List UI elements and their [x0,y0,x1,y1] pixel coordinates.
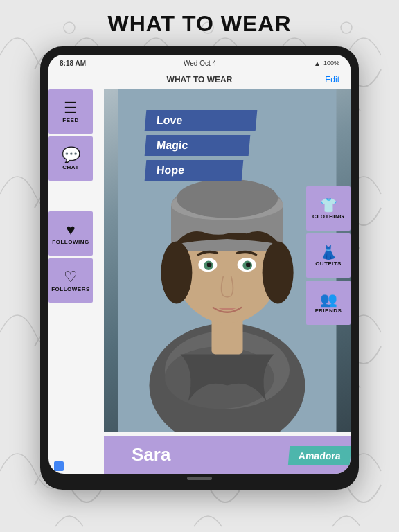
feed-icon: ☰ [64,100,78,116]
left-sidebar: ☰ FEED 💬 CHAT ♥ FOLLOWING ♡ FOLLOWERS [48,89,103,305]
followers-label: FOLLOWERS [51,286,90,292]
following-label: FOLLOWING [52,239,89,245]
battery-indicator: 100% [323,60,339,66]
following-icon: ♥ [66,222,75,238]
wifi-icon: ▲ [314,60,321,67]
status-time: 8:18 AM [60,60,86,67]
sidebar-item-clothing[interactable]: 👕 CLOTHING [306,186,351,231]
ipad-home-indicator [187,477,212,480]
feed-label: FEED [62,117,78,123]
sidebar-item-chat[interactable]: 💬 CHAT [48,136,93,181]
nav-title: WHAT TO WEAR [167,75,233,85]
sidebar-item-outfits[interactable]: 👗 OUTFITS [306,233,351,278]
chat-icon: 💬 [62,148,80,163]
status-date: Wed Oct 4 [184,60,216,67]
status-bar: 8:18 AM Wed Oct 4 ▲ 100% [48,55,351,70]
edit-button[interactable]: Edit [325,75,339,85]
banner-magic: Magic [145,135,251,156]
app-title: WHAT TO WEAR [108,11,292,37]
ipad-screen: 8:18 AM Wed Oct 4 ▲ 100% WHAT TO WEAR Ed… [48,55,351,474]
sidebar-item-feed[interactable]: ☰ FEED [48,89,93,134]
svg-point-11 [263,241,294,303]
clothing-icon: 👕 [320,198,337,212]
banner-hope: Hope [145,160,244,181]
right-sidebar: 👕 CLOTHING 👗 OUTFITS 👥 FRIENDS [306,186,351,325]
outfits-icon: 👗 [320,245,337,259]
ipad-frame: 8:18 AM Wed Oct 4 ▲ 100% WHAT TO WEAR Ed… [40,46,359,490]
sidebar-item-friends[interactable]: 👥 FRIENDS [306,281,351,325]
sidebar-item-following[interactable]: ♥ FOLLOWING [48,211,93,256]
svg-point-9 [177,179,278,218]
chat-label: CHAT [62,164,79,170]
sidebar-item-followers[interactable]: ♡ FOLLOWERS [48,258,93,303]
followers-icon: ♡ [64,269,78,285]
secondary-name-tag: Amadora [288,446,351,466]
friends-icon: 👥 [320,292,337,306]
svg-point-10 [161,241,192,303]
outfits-label: OUTFITS [315,260,342,267]
svg-point-17 [246,263,251,267]
clothing-label: CLOTHING [312,213,344,220]
friends-label: FRIENDS [315,308,342,314]
ipad-bottom [48,474,351,481]
nav-bar: WHAT TO WEAR Edit [48,70,351,89]
profile-name: Sara [132,444,170,466]
bottom-left-indicator [54,461,64,471]
svg-point-16 [207,263,212,267]
banner-love: Love [145,110,258,131]
banner-group: Love Magic Hope [145,110,351,181]
main-content: ☰ FEED 💬 CHAT ♥ FOLLOWING ♡ FOLLOWERS [48,89,351,474]
status-right: ▲ 100% [314,60,339,67]
